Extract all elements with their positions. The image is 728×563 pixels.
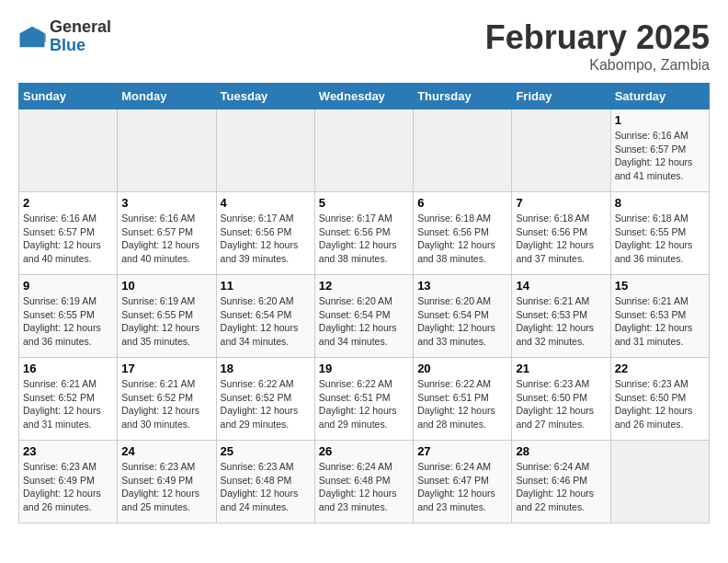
- day-number: 8: [615, 196, 705, 210]
- day-info: Sunrise: 6:18 AM Sunset: 6:56 PM Dayligh…: [516, 212, 606, 266]
- day-info: Sunrise: 6:20 AM Sunset: 6:54 PM Dayligh…: [319, 294, 409, 349]
- header-day-friday: Friday: [512, 84, 610, 109]
- day-cell: 28Sunrise: 6:24 AM Sunset: 6:46 PM Dayli…: [512, 441, 610, 523]
- day-cell: 12Sunrise: 6:20 AM Sunset: 6:54 PM Dayli…: [314, 275, 413, 358]
- day-cell: 7Sunrise: 6:18 AM Sunset: 6:56 PM Daylig…: [512, 192, 610, 275]
- day-number: 22: [615, 362, 705, 375]
- day-info: Sunrise: 6:18 AM Sunset: 6:56 PM Dayligh…: [417, 212, 507, 266]
- day-cell: 11Sunrise: 6:20 AM Sunset: 6:54 PM Dayli…: [216, 275, 314, 358]
- day-number: 12: [319, 279, 409, 293]
- day-info: Sunrise: 6:17 AM Sunset: 6:56 PM Dayligh…: [221, 212, 311, 266]
- day-cell: [512, 109, 610, 192]
- day-cell: 9Sunrise: 6:19 AM Sunset: 6:55 PM Daylig…: [19, 275, 118, 358]
- calendar: SundayMondayTuesdayWednesdayThursdayFrid…: [18, 83, 710, 523]
- header-day-saturday: Saturday: [610, 84, 709, 109]
- day-cell: [414, 109, 512, 192]
- day-info: Sunrise: 6:23 AM Sunset: 6:49 PM Dayligh…: [23, 460, 113, 514]
- day-cell: 21Sunrise: 6:23 AM Sunset: 6:50 PM Dayli…: [512, 358, 610, 441]
- day-info: Sunrise: 6:21 AM Sunset: 6:52 PM Dayligh…: [121, 377, 211, 431]
- day-cell: 1Sunrise: 6:16 AM Sunset: 6:57 PM Daylig…: [610, 109, 709, 192]
- day-cell: [216, 109, 314, 192]
- day-number: 5: [319, 196, 409, 210]
- week-row-2: 9Sunrise: 6:19 AM Sunset: 6:55 PM Daylig…: [19, 275, 710, 358]
- day-cell: 15Sunrise: 6:21 AM Sunset: 6:53 PM Dayli…: [610, 275, 709, 358]
- day-number: 26: [319, 444, 409, 458]
- day-cell: 8Sunrise: 6:18 AM Sunset: 6:55 PM Daylig…: [610, 192, 709, 275]
- day-cell: 25Sunrise: 6:23 AM Sunset: 6:48 PM Dayli…: [216, 441, 314, 523]
- calendar-body: 1Sunrise: 6:16 AM Sunset: 6:57 PM Daylig…: [19, 109, 710, 523]
- day-info: Sunrise: 6:23 AM Sunset: 6:48 PM Dayligh…: [221, 460, 311, 514]
- day-cell: 5Sunrise: 6:17 AM Sunset: 6:56 PM Daylig…: [314, 192, 413, 275]
- day-cell: 27Sunrise: 6:24 AM Sunset: 6:47 PM Dayli…: [414, 441, 512, 523]
- day-info: Sunrise: 6:23 AM Sunset: 6:50 PM Dayligh…: [615, 377, 705, 431]
- day-info: Sunrise: 6:23 AM Sunset: 6:50 PM Dayligh…: [516, 377, 606, 431]
- week-row-1: 2Sunrise: 6:16 AM Sunset: 6:57 PM Daylig…: [19, 192, 710, 275]
- day-number: 25: [221, 444, 311, 458]
- day-cell: 26Sunrise: 6:24 AM Sunset: 6:48 PM Dayli…: [314, 441, 413, 523]
- day-number: 17: [121, 362, 211, 375]
- logo-general-text: General: [50, 18, 111, 37]
- day-number: 13: [417, 279, 507, 293]
- day-info: Sunrise: 6:23 AM Sunset: 6:49 PM Dayligh…: [121, 460, 211, 514]
- day-number: 27: [417, 444, 507, 458]
- day-info: Sunrise: 6:22 AM Sunset: 6:51 PM Dayligh…: [319, 377, 409, 431]
- month-title: February 2025: [485, 18, 710, 57]
- day-cell: 18Sunrise: 6:22 AM Sunset: 6:52 PM Dayli…: [216, 358, 314, 441]
- day-info: Sunrise: 6:16 AM Sunset: 6:57 PM Dayligh…: [615, 129, 705, 183]
- day-info: Sunrise: 6:21 AM Sunset: 6:52 PM Dayligh…: [23, 377, 113, 431]
- day-info: Sunrise: 6:21 AM Sunset: 6:53 PM Dayligh…: [516, 294, 606, 349]
- day-number: 9: [23, 279, 113, 293]
- week-row-4: 23Sunrise: 6:23 AM Sunset: 6:49 PM Dayli…: [19, 441, 710, 523]
- day-cell: 19Sunrise: 6:22 AM Sunset: 6:51 PM Dayli…: [314, 358, 413, 441]
- day-info: Sunrise: 6:18 AM Sunset: 6:55 PM Dayligh…: [615, 212, 705, 266]
- day-info: Sunrise: 6:22 AM Sunset: 6:52 PM Dayligh…: [221, 377, 311, 431]
- header-day-tuesday: Tuesday: [216, 84, 314, 109]
- day-number: 15: [615, 279, 705, 293]
- day-number: 21: [516, 362, 606, 375]
- day-info: Sunrise: 6:16 AM Sunset: 6:57 PM Dayligh…: [23, 212, 113, 266]
- header-day-thursday: Thursday: [414, 84, 512, 109]
- day-number: 14: [516, 279, 606, 293]
- day-number: 11: [221, 279, 311, 293]
- day-number: 24: [121, 444, 211, 458]
- day-info: Sunrise: 6:24 AM Sunset: 6:47 PM Dayligh…: [417, 460, 507, 514]
- header-day-wednesday: Wednesday: [314, 84, 413, 109]
- day-cell: 3Sunrise: 6:16 AM Sunset: 6:57 PM Daylig…: [118, 192, 216, 275]
- header-row: SundayMondayTuesdayWednesdayThursdayFrid…: [19, 84, 710, 109]
- day-cell: 2Sunrise: 6:16 AM Sunset: 6:57 PM Daylig…: [19, 192, 118, 275]
- week-row-0: 1Sunrise: 6:16 AM Sunset: 6:57 PM Daylig…: [19, 109, 710, 192]
- day-number: 4: [221, 196, 311, 210]
- day-number: 6: [417, 196, 507, 210]
- day-number: 19: [319, 362, 409, 375]
- day-cell: 10Sunrise: 6:19 AM Sunset: 6:55 PM Dayli…: [118, 275, 216, 358]
- day-cell: 4Sunrise: 6:17 AM Sunset: 6:56 PM Daylig…: [216, 192, 314, 275]
- day-info: Sunrise: 6:16 AM Sunset: 6:57 PM Dayligh…: [121, 212, 211, 266]
- week-row-3: 16Sunrise: 6:21 AM Sunset: 6:52 PM Dayli…: [19, 358, 710, 441]
- day-info: Sunrise: 6:19 AM Sunset: 6:55 PM Dayligh…: [23, 294, 113, 349]
- day-cell: [610, 441, 709, 523]
- day-cell: 17Sunrise: 6:21 AM Sunset: 6:52 PM Dayli…: [118, 358, 216, 441]
- day-info: Sunrise: 6:20 AM Sunset: 6:54 PM Dayligh…: [417, 294, 507, 349]
- day-number: 1: [615, 113, 705, 127]
- day-cell: 23Sunrise: 6:23 AM Sunset: 6:49 PM Dayli…: [19, 441, 118, 523]
- day-info: Sunrise: 6:21 AM Sunset: 6:53 PM Dayligh…: [615, 294, 705, 349]
- header-day-sunday: Sunday: [19, 84, 118, 109]
- logo-icon: [18, 23, 46, 51]
- calendar-header: SundayMondayTuesdayWednesdayThursdayFrid…: [19, 84, 710, 109]
- title-area: February 2025 Kabompo, Zambia: [485, 18, 710, 74]
- day-info: Sunrise: 6:22 AM Sunset: 6:51 PM Dayligh…: [417, 377, 507, 431]
- day-cell: 20Sunrise: 6:22 AM Sunset: 6:51 PM Dayli…: [414, 358, 512, 441]
- day-info: Sunrise: 6:17 AM Sunset: 6:56 PM Dayligh…: [319, 212, 409, 266]
- day-info: Sunrise: 6:19 AM Sunset: 6:55 PM Dayligh…: [121, 294, 211, 349]
- day-number: 23: [23, 444, 113, 458]
- day-number: 20: [417, 362, 507, 375]
- day-number: 16: [23, 362, 113, 375]
- day-number: 3: [121, 196, 211, 210]
- day-number: 7: [516, 196, 606, 210]
- day-number: 10: [121, 279, 211, 293]
- day-cell: [118, 109, 216, 192]
- day-cell: 22Sunrise: 6:23 AM Sunset: 6:50 PM Dayli…: [610, 358, 709, 441]
- day-number: 28: [516, 444, 606, 458]
- day-cell: 24Sunrise: 6:23 AM Sunset: 6:49 PM Dayli…: [118, 441, 216, 523]
- day-info: Sunrise: 6:24 AM Sunset: 6:48 PM Dayligh…: [319, 460, 409, 514]
